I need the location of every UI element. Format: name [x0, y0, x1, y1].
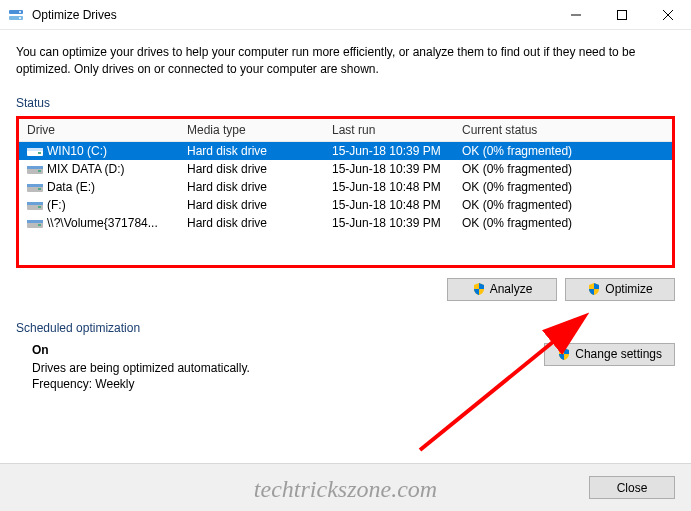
cell-drive: (F:) [19, 196, 179, 214]
table-header-row: Drive Media type Last run Current status [19, 119, 672, 142]
svg-point-3 [19, 17, 21, 19]
shield-icon [557, 347, 571, 361]
sched-header: Scheduled optimization [16, 321, 675, 335]
action-buttons: Analyze Optimize [16, 278, 675, 301]
drive-icon [27, 199, 43, 211]
sched-line1: Drives are being optimized automatically… [32, 361, 544, 375]
close-label: Close [617, 481, 648, 495]
svg-rect-19 [38, 206, 41, 208]
shield-icon [587, 282, 601, 296]
cell-media: Hard disk drive [179, 178, 324, 196]
svg-rect-21 [27, 220, 43, 223]
optimize-button[interactable]: Optimize [565, 278, 675, 301]
status-label: Status [16, 96, 675, 110]
svg-rect-9 [27, 148, 43, 151]
cell-status: OK (0% fragmented) [454, 214, 672, 232]
cell-status: OK (0% fragmented) [454, 196, 672, 214]
cell-status: OK (0% fragmented) [454, 178, 672, 196]
svg-rect-16 [38, 188, 41, 190]
minimize-button[interactable] [553, 0, 599, 30]
svg-point-2 [19, 11, 21, 13]
table-row[interactable]: Data (E:)Hard disk drive15-Jun-18 10:48 … [19, 178, 672, 196]
col-drive[interactable]: Drive [19, 119, 179, 142]
sched-line2: Frequency: Weekly [32, 377, 544, 391]
footer: Close [0, 463, 691, 511]
table-row[interactable]: WIN10 (C:)Hard disk drive15-Jun-18 10:39… [19, 141, 672, 160]
col-media[interactable]: Media type [179, 119, 324, 142]
content-area: You can optimize your drives to help you… [0, 30, 691, 403]
table-row[interactable]: MIX DATA (D:)Hard disk drive15-Jun-18 10… [19, 160, 672, 178]
window-controls [553, 0, 691, 30]
table-row[interactable]: (F:)Hard disk drive15-Jun-18 10:48 PMOK … [19, 196, 672, 214]
shield-icon [472, 282, 486, 296]
sched-on: On [32, 343, 544, 357]
analyze-button[interactable]: Analyze [447, 278, 557, 301]
cell-drive: WIN10 (C:) [19, 141, 179, 160]
cell-drive: Data (E:) [19, 178, 179, 196]
optimize-label: Optimize [605, 282, 652, 296]
svg-rect-15 [27, 184, 43, 187]
svg-rect-22 [38, 224, 41, 226]
analyze-label: Analyze [490, 282, 533, 296]
cell-lastrun: 15-Jun-18 10:39 PM [324, 141, 454, 160]
svg-rect-13 [38, 170, 41, 172]
cell-drive: MIX DATA (D:) [19, 160, 179, 178]
cell-lastrun: 15-Jun-18 10:48 PM [324, 196, 454, 214]
drive-icon [27, 181, 43, 193]
window-title: Optimize Drives [32, 8, 553, 22]
drive-table[interactable]: Drive Media type Last run Current status… [19, 119, 672, 232]
svg-rect-10 [38, 152, 41, 154]
close-dialog-button[interactable]: Close [589, 476, 675, 499]
change-label: Change settings [575, 347, 662, 361]
col-lastrun[interactable]: Last run [324, 119, 454, 142]
cell-drive: \\?\Volume{371784... [19, 214, 179, 232]
drive-list-container: Drive Media type Last run Current status… [16, 116, 675, 268]
cell-media: Hard disk drive [179, 214, 324, 232]
drive-icon [27, 163, 43, 175]
cell-lastrun: 15-Jun-18 10:39 PM [324, 214, 454, 232]
description-text: You can optimize your drives to help you… [16, 44, 675, 78]
cell-lastrun: 15-Jun-18 10:48 PM [324, 178, 454, 196]
cell-media: Hard disk drive [179, 141, 324, 160]
cell-status: OK (0% fragmented) [454, 160, 672, 178]
svg-rect-18 [27, 202, 43, 205]
table-row[interactable]: \\?\Volume{371784...Hard disk drive15-Ju… [19, 214, 672, 232]
col-status[interactable]: Current status [454, 119, 672, 142]
svg-rect-5 [618, 10, 627, 19]
change-settings-button[interactable]: Change settings [544, 343, 675, 366]
scheduled-optimization: Scheduled optimization On Drives are bei… [16, 321, 675, 393]
close-button[interactable] [645, 0, 691, 30]
cell-lastrun: 15-Jun-18 10:39 PM [324, 160, 454, 178]
cell-media: Hard disk drive [179, 196, 324, 214]
sched-info: On Drives are being optimized automatica… [16, 343, 544, 393]
titlebar: Optimize Drives [0, 0, 691, 30]
app-icon [8, 7, 24, 23]
cell-status: OK (0% fragmented) [454, 141, 672, 160]
drive-icon [27, 217, 43, 229]
svg-rect-12 [27, 166, 43, 169]
drive-icon [27, 145, 43, 157]
cell-media: Hard disk drive [179, 160, 324, 178]
maximize-button[interactable] [599, 0, 645, 30]
